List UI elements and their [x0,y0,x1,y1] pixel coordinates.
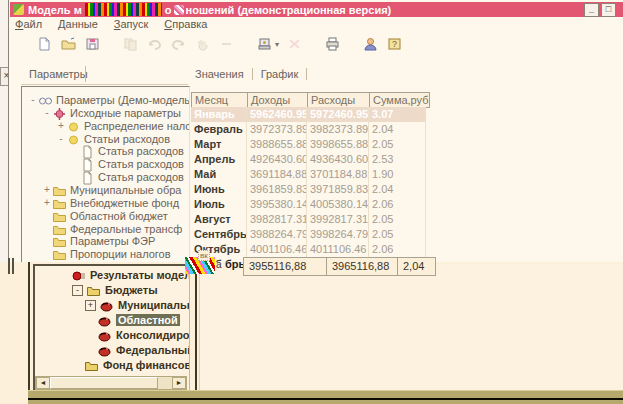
results-item-муниципальных-о[interactable]: +Муниципальных о [85,298,190,312]
titlebar[interactable]: Модель м о ношений (демонстрационная вер… [10,2,623,17]
results-item-областной[interactable]: Областной [85,313,180,327]
tree-item-параметры-демо-модель-2[interactable]: -Параметры (Демо-модель-2 [28,93,190,106]
month-cell: Январь [191,107,247,122]
value-cell: 3971859.83 [307,182,369,197]
menu-item-0[interactable]: Файл [15,18,42,32]
column-header-0[interactable]: Месяц [191,92,251,108]
tree-item-label: Параметры ФЭР [70,235,155,247]
december-prefix: а [216,259,222,270]
results-item-фонд-финансовой-по[interactable]: Фонд финансовой по [72,358,190,372]
folder-icon [52,248,67,260]
tree-item-областной-бюджет[interactable]: Областной бюджет [42,209,168,222]
value-cell: 3998264.79 [307,227,369,242]
tree-item-внебюджетные-фонд[interactable]: +Внебюджетные фонд [42,196,179,209]
tree-expander[interactable]: + [56,120,66,131]
scroll-right-icon[interactable]: ► [172,377,186,389]
value-cell: 4926430.60 [247,152,307,167]
tab-parameters[interactable]: Параметры [29,68,88,80]
tree-item-label: Статья расходов [98,171,184,183]
value-cell: 3995380.14 [247,197,307,212]
value-cell: 2.05 [369,227,426,242]
tree-item-label: Статьи расходов [84,133,170,145]
redo-icon [169,35,187,53]
run-icon[interactable] [255,35,273,53]
column-header-1[interactable]: Доходы [247,92,311,108]
tree-item-статья-расходов[interactable]: Статья расходов [70,144,184,157]
tree-expander[interactable]: + [42,197,52,208]
month-cell: Август [191,212,247,227]
screen: × Модель м о ношений (демонстрационная в… [0,0,623,404]
results-item-результаты-моделирован[interactable]: Результаты моделирован [59,268,190,282]
tree-expander[interactable]: - [56,133,66,144]
folder2-icon [86,284,102,297]
horizontal-scrollbar[interactable]: ◄ ► [35,376,187,390]
value-cell: 4936430.60 [307,152,369,167]
tab-underline [21,84,188,85]
tree-item-пропорции-налогов[interactable]: Пропорции налогов [42,247,171,260]
model-icon [38,94,53,106]
tree-item-статья-расходов[interactable]: Статья расходов [70,157,184,170]
open-folder-icon[interactable] [59,35,77,53]
results-icon [71,269,87,282]
border-remnant [12,258,14,274]
overlay-right-panel [199,264,623,390]
tree-expander[interactable]: - [72,285,83,296]
menu-item-1[interactable]: Данные [58,18,98,32]
tree-item-label: Статья расходов [98,158,184,170]
minimize-button[interactable]: _ [584,3,599,17]
column-header-3[interactable]: Сумма,руб. [369,92,430,108]
value-cell: 2.53 [369,152,426,167]
menu-item-2[interactable]: Запуск [114,18,148,32]
value-cell: 2.05 [369,137,426,152]
page-icon [80,158,95,170]
tree-item-label: Результаты моделирован [90,269,190,281]
maximize-button[interactable]: □ [601,3,616,17]
column-header-2[interactable]: Расходы [307,92,373,108]
value-cell: 3988264.79 [247,227,307,242]
menu-item-3[interactable]: Справка [164,18,207,32]
tree-item-параметры-фэр[interactable]: Параметры ФЭР [42,234,155,247]
value-cell: 1.90 [369,167,426,182]
value-cell: 3998655.88 [307,137,369,152]
tree-expander[interactable]: - [42,107,52,118]
tree-item-исходные-параметры[interactable]: -Исходные параметры [42,106,181,119]
corrupted-pixels [85,3,162,16]
corrupted-pixels-small [174,5,184,15]
help-about-icon[interactable] [361,35,379,53]
results-item-бюджеты[interactable]: -Бюджеты [72,283,158,297]
folder-icon [52,223,67,235]
month-cell: Февраль [191,122,247,137]
results-item-консолидированн[interactable]: Консолидированн [85,328,190,342]
save-icon[interactable] [83,35,101,53]
month-cell: Май [191,167,247,182]
tree-item-статья-расходов[interactable]: Статья расходов [70,170,184,183]
scroll-left-icon[interactable]: ◄ [36,377,50,389]
tree-expander[interactable]: + [42,184,52,195]
month-cell: Март [191,137,247,152]
scrollbar-thumb[interactable] [50,377,158,389]
tree-item-муниципальные-обра[interactable]: +Муниципальные обра [42,183,181,196]
tab-values[interactable]: Значения [193,68,253,80]
tree-expander[interactable]: - [28,94,38,105]
window-title-part1: Модель м [28,4,82,16]
value-cell: 3982373.89 [307,122,369,137]
window-title-part3: ношений (демонстрационная версия) [186,4,392,16]
tree-expander[interactable]: + [85,300,96,311]
print-icon[interactable] [323,35,341,53]
tree-item-label: Внебюджетные фонд [70,197,179,209]
tree-item-label: Фонд финансовой по [103,359,190,371]
dropdown-arrow-icon[interactable]: ▾ [275,40,279,49]
tab-chart[interactable]: График [259,68,308,80]
overlay-window-fragment: Результаты моделирован-Бюджеты+Муниципал… [0,262,623,404]
tree-item-распределение-налог[interactable]: +Распределение налог [56,119,190,132]
status-bar-line [28,398,623,400]
tree-item-label: Консолидированн [116,329,190,341]
help-book-icon[interactable]: ? [385,35,403,53]
copy-icon [121,35,139,53]
new-document-icon[interactable] [35,35,53,53]
folder-icon [52,210,67,222]
december-row-fragment: вк а брь 3955116,88 3965116,88 2,04 [185,250,435,276]
tree-item-label: Статья расходов [98,145,184,157]
results-item-федеральный[interactable]: Федеральный [85,343,190,357]
budget-icon [97,329,113,342]
